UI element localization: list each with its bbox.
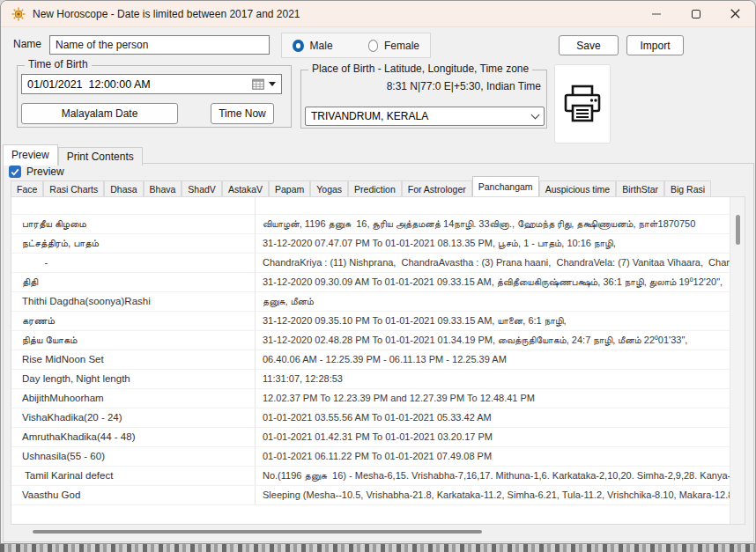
coordinates-text: 8:31 N|77:0 E|+5:30, Indian Time: [387, 80, 541, 92]
row-label: Ushnasila(55 - 60): [11, 447, 256, 466]
table-row: திதி31-12-2020 09.30.09 AM To 01-01-2021…: [11, 273, 730, 292]
panchangam-table-body: பாரதீய கிழமைவியாழன், 1196 தனுசு 16, சூரி…: [11, 197, 730, 524]
row-label: நித்ய யோகம்: [11, 331, 256, 350]
row-label: AbijithMuhoorham: [11, 389, 256, 408]
horizontal-scrollbar[interactable]: [11, 527, 745, 537]
table-row: AbijithMuhoorham12.02.37 PM To 12.23.39 …: [11, 389, 730, 408]
tab-auspicious-time[interactable]: Auspicious time: [539, 180, 617, 196]
title-bar: New Horoscope - Date is limited between …: [1, 1, 755, 27]
row-label: Rise MidNoon Set: [11, 350, 256, 369]
maximize-icon: [692, 10, 700, 18]
preview-checkbox-label: Preview: [26, 166, 64, 178]
male-radio[interactable]: [293, 40, 304, 52]
chevron-down-icon: [531, 111, 540, 120]
calendar-icon: [252, 78, 264, 90]
vertical-scrollbar-thumb[interactable]: [736, 215, 740, 245]
preview-tab-panel: Preview FaceRasi ChartsDhasaBhavaShadVAs…: [3, 163, 754, 542]
female-radio[interactable]: [368, 40, 378, 52]
header-value-cell: [256, 197, 730, 214]
close-button[interactable]: [715, 1, 755, 26]
time-of-birth-group: Time of Birth 01/01/2021 12:00:00 AM M: [17, 65, 292, 128]
tab-panchangam[interactable]: Panchangam: [472, 176, 539, 196]
row-value: 01-01-2021 01.42.31 PM To 01-01-2021 03.…: [256, 428, 730, 446]
time-of-birth-group-label: Time of Birth: [25, 58, 92, 70]
save-button[interactable]: Save: [559, 35, 619, 55]
inner-tab-strip: FaceRasi ChartsDhasaBhavaShadVAstakaVPap…: [11, 177, 711, 196]
tab-bhava[interactable]: Bhava: [144, 180, 182, 196]
tab-rasi-charts[interactable]: Rasi Charts: [43, 180, 104, 196]
tab-astakav[interactable]: AstakaV: [222, 180, 269, 196]
tab-dhasa[interactable]: Dhasa: [104, 180, 143, 196]
row-label: பாரதீய கிழமை: [11, 215, 256, 233]
table-row: -ChandraKriya : (11) Nishprana, ChandraA…: [11, 254, 730, 273]
male-radio-label: Male: [310, 40, 333, 52]
minimize-button[interactable]: [636, 1, 676, 26]
table-row: கரணம்31-12-2020 09.35.10 PM To 01-01-202…: [11, 312, 730, 331]
datetime-dropdown-arrow-icon[interactable]: [269, 82, 276, 86]
table-row: பாரதீய கிழமைவியாழன், 1196 தனுசு 16, சூரி…: [11, 215, 730, 234]
tab-preview[interactable]: Preview: [3, 144, 58, 166]
name-input[interactable]: [49, 35, 270, 55]
tab-print-contents[interactable]: Print Contents: [58, 147, 143, 166]
row-label: திதி: [11, 273, 256, 291]
row-label: Vaasthu God: [11, 486, 256, 504]
place-of-birth-group: Place of Birth - Latitude, Longitude, Ti…: [300, 70, 547, 129]
vertical-scrollbar[interactable]: [730, 197, 745, 524]
print-button[interactable]: [554, 64, 611, 144]
table-row: நித்ய யோகம்31-12-2020 02.48.28 PM To 01-…: [11, 331, 730, 350]
place-of-birth-group-label: Place of Birth - Latitude, Longitude, Ti…: [308, 63, 532, 75]
table-row: Thithi Dagdha(soonya)Rashiதனுசு, மீனம்: [11, 292, 730, 312]
row-value: 06.40.06 AM - 12.25.39 PM - 06.11.13 PM …: [256, 350, 730, 369]
import-button[interactable]: Import: [626, 35, 684, 55]
row-value: 31-12-2020 07.47.07 PM To 01-01-2021 08.…: [256, 234, 730, 253]
row-value: Sleeping (Mesha--10.5, Vrishabha-21.8, K…: [256, 486, 730, 504]
app-sun-icon: [11, 7, 26, 21]
city-combobox-value: TRIVANDRUM, KERALA: [311, 110, 428, 122]
birth-datetime-picker[interactable]: 01/01/2021 12:00:00 AM: [21, 74, 282, 94]
printer-icon: [561, 84, 604, 124]
tab-papam[interactable]: Papam: [269, 180, 310, 196]
female-radio-label: Female: [384, 40, 419, 52]
horizontal-scrollbar-thumb[interactable]: [33, 530, 482, 534]
row-value: தனுசு, மீனம்: [256, 292, 730, 311]
row-label: கரணம்: [11, 312, 256, 330]
tab-prediction[interactable]: Prediction: [348, 180, 402, 196]
tab-face[interactable]: Face: [11, 180, 43, 196]
name-label: Name: [13, 38, 41, 50]
tab-big-rasi[interactable]: Big Rasi: [664, 180, 711, 196]
row-value: 01-01-2021 03.55.56 AM To 01-01-2021 05.…: [256, 408, 730, 427]
tab-shadv[interactable]: ShadV: [182, 180, 222, 196]
row-label: -: [11, 254, 256, 272]
row-value: ChandraKriya : (11) Nishprana, ChandraAv…: [256, 254, 730, 272]
table-row: Rise MidNoon Set06.40.06 AM - 12.25.39 P…: [11, 350, 730, 370]
malayalam-date-button[interactable]: Malayalam Date: [21, 103, 178, 124]
row-label: AmruthaKhadika(44 - 48): [11, 428, 256, 446]
city-combobox[interactable]: TRIVANDRUM, KERALA: [305, 107, 545, 126]
row-value: 31-12-2020 09.35.10 PM To 01-01-2021 09.…: [256, 312, 730, 330]
row-value: No.(1196 தனுசு 16) - Mesha-6,15. Vrishab…: [256, 467, 730, 485]
row-value: 31-12-2020 09.30.09 AM To 01-01-2021 09.…: [256, 273, 730, 291]
table-row: AmruthaKhadika(44 - 48)01-01-2021 01.42.…: [11, 428, 730, 447]
time-now-button[interactable]: Time Now: [211, 103, 274, 124]
row-value: 11:31:07, 12:28:53: [256, 370, 730, 388]
gender-group: Male Female: [281, 33, 431, 58]
close-icon: [730, 9, 740, 18]
row-label: Day length, Night length: [11, 370, 256, 388]
table-header-row: [11, 197, 730, 215]
row-value: 31-12-2020 02.48.28 PM To 01-01-2021 01.…: [256, 331, 730, 350]
minimize-icon: [652, 13, 661, 15]
table-row: Ushnasila(55 - 60)01-01-2021 06.11.22 PM…: [11, 447, 730, 467]
row-value: 12.02.37 PM To 12.23.39 PM and 12.27.39 …: [256, 389, 730, 408]
row-label: நட்சத்திரம், பாதம்: [11, 234, 256, 253]
tab-for-astrologer[interactable]: For Astrologer: [402, 180, 472, 196]
row-label: VishaKhadika(20 - 24): [11, 408, 256, 427]
tab-yogas[interactable]: Yogas: [310, 180, 348, 196]
row-label: Thithi Dagdha(soonya)Rashi: [11, 292, 256, 311]
table-row: Vaasthu GodSleeping (Mesha--10.5, Vrisha…: [11, 486, 730, 505]
panchangam-pane: பாரதீய கிழமைவியாழன், 1196 தனுசு 16, சூரி…: [11, 196, 745, 525]
check-icon: [11, 168, 19, 176]
maximize-button[interactable]: [676, 1, 715, 26]
tab-birthstar[interactable]: BirthStar: [616, 180, 664, 196]
background-window-strip: [0, 543, 756, 552]
preview-checkbox[interactable]: [9, 166, 21, 178]
